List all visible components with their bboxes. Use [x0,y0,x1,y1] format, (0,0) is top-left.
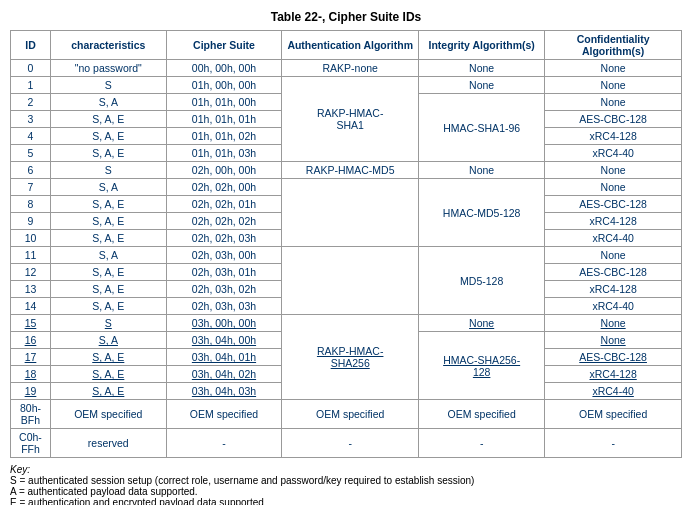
cell-conf: OEM specified [545,400,682,429]
cell-integrity: HMAC-SHA256-128 [419,332,545,400]
cell-char: S, A, E [50,111,166,128]
cell-conf: None [545,77,682,94]
cell-cipher: 03h, 04h, 02h [166,366,282,383]
cell-cipher: 01h, 01h, 02h [166,128,282,145]
cell-char: S, A, E [50,383,166,400]
cell-char: S, A, E [50,281,166,298]
cell-id: 13 [11,281,51,298]
cell-cipher: 02h, 02h, 01h [166,196,282,213]
key-line-3: E = authentication and encrypted payload… [10,497,264,505]
cell-char: OEM specified [50,400,166,429]
cell-id: 2 [11,94,51,111]
cell-conf: xRC4-128 [545,281,682,298]
header-confidentiality-algorithm: Confidentiality Algorithm(s) [545,31,682,60]
cell-conf: None [545,315,682,332]
cell-char: "no password" [50,60,166,77]
cell-auth: RAKP-HMAC-MD5 [282,162,419,179]
cell-id: 10 [11,230,51,247]
cell-cipher: - [166,429,282,458]
cell-id: 80h-BFh [11,400,51,429]
cell-cipher: 00h, 00h, 00h [166,60,282,77]
cell-id: 18 [11,366,51,383]
cell-id: 12 [11,264,51,281]
cell-cipher: 02h, 02h, 02h [166,213,282,230]
cell-conf: None [545,332,682,349]
cell-cipher: OEM specified [166,400,282,429]
cell-cipher: 02h, 03h, 02h [166,281,282,298]
cell-integrity: OEM specified [419,400,545,429]
cell-integrity: None [419,315,545,332]
header-integrity-algorithm: Integrity Algorithm(s) [419,31,545,60]
cipher-suite-table: ID characteristics Cipher Suite Authenti… [10,30,682,458]
cell-conf: AES-CBC-128 [545,111,682,128]
table-row: 0"no password"00h, 00h, 00hRAKP-noneNone… [11,60,682,77]
cell-cipher: 03h, 04h, 01h [166,349,282,366]
cell-conf: xRC4-40 [545,383,682,400]
cell-conf: None [545,247,682,264]
cell-cipher: 02h, 03h, 03h [166,298,282,315]
cell-conf: AES-CBC-128 [545,264,682,281]
key-line-2: A = authenticated payload data supported… [10,486,198,497]
cell-auth: RAKP-HMAC-SHA256 [282,315,419,400]
cell-cipher: 03h, 00h, 00h [166,315,282,332]
cell-id: 0 [11,60,51,77]
cell-auth: RAKP-HMAC-SHA1 [282,77,419,162]
cell-integrity: None [419,162,545,179]
cell-conf: None [545,60,682,77]
header-cipher-suite: Cipher Suite [166,31,282,60]
cell-char: S, A, E [50,298,166,315]
key-line-1: S = authenticated session setup (correct… [10,475,474,486]
table-row: 80h-BFhOEM specifiedOEM specifiedOEM spe… [11,400,682,429]
table-row: 6S02h, 00h, 00hRAKP-HMAC-MD5NoneNone [11,162,682,179]
cell-cipher: 02h, 02h, 03h [166,230,282,247]
cell-id: 16 [11,332,51,349]
cell-conf: xRC4-128 [545,213,682,230]
table-row: 15S03h, 00h, 00hRAKP-HMAC-SHA256NoneNone [11,315,682,332]
cell-integrity: - [419,429,545,458]
cell-char: S, A [50,332,166,349]
cell-id: C0h-FFh [11,429,51,458]
cell-char: S [50,162,166,179]
cell-conf: xRC4-128 [545,366,682,383]
cell-integrity: HMAC-SHA1-96 [419,94,545,162]
cell-char: S [50,77,166,94]
cell-conf: xRC4-128 [545,128,682,145]
cell-integrity: None [419,77,545,94]
cell-char: S, A, E [50,349,166,366]
cell-char: S, A, E [50,128,166,145]
cell-char: S, A, E [50,264,166,281]
cell-conf: xRC4-40 [545,230,682,247]
cell-conf: AES-CBC-128 [545,196,682,213]
header-id: ID [11,31,51,60]
cell-char: S, A, E [50,230,166,247]
cell-cipher: 01h, 01h, 00h [166,94,282,111]
cell-auth [282,179,419,247]
cell-id: 4 [11,128,51,145]
cell-char: S, A, E [50,366,166,383]
cell-cipher: 01h, 00h, 00h [166,77,282,94]
cell-conf: AES-CBC-128 [545,349,682,366]
cell-id: 3 [11,111,51,128]
cell-cipher: 03h, 04h, 00h [166,332,282,349]
cell-char: S, A [50,179,166,196]
cell-id: 15 [11,315,51,332]
table-row: 1S01h, 00h, 00hRAKP-HMAC-SHA1NoneNone [11,77,682,94]
cell-conf: xRC4-40 [545,298,682,315]
cell-cipher: 02h, 03h, 00h [166,247,282,264]
cell-cipher: 02h, 03h, 01h [166,264,282,281]
header-characteristics: characteristics [50,31,166,60]
cell-id: 6 [11,162,51,179]
cell-id: 17 [11,349,51,366]
cell-auth: - [282,429,419,458]
header-auth-algorithm: Authentication Algorithm [282,31,419,60]
cell-auth: OEM specified [282,400,419,429]
cell-integrity: HMAC-MD5-128 [419,179,545,247]
table-row: 7S, A02h, 02h, 00hHMAC-MD5-128None [11,179,682,196]
cell-id: 7 [11,179,51,196]
cell-id: 9 [11,213,51,230]
cell-auth: RAKP-none [282,60,419,77]
cell-char: reserved [50,429,166,458]
cell-cipher: 01h, 01h, 03h [166,145,282,162]
cell-id: 14 [11,298,51,315]
cell-conf: None [545,162,682,179]
